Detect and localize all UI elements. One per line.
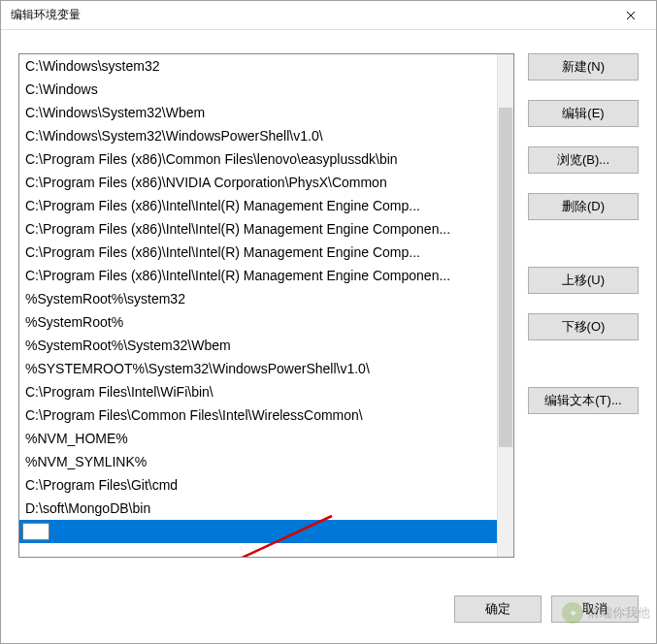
path-edit-input[interactable] — [22, 523, 49, 540]
footer: 确定 取消 ✦ 前端你我他 — [1, 575, 656, 643]
close-icon — [626, 11, 636, 20]
delete-button[interactable]: 删除(D) — [528, 193, 639, 220]
list-item[interactable]: C:\Windows\System32\WindowsPowerShell\v1… — [19, 124, 497, 147]
list-item[interactable]: C:\Program Files\Common Files\Intel\Wire… — [19, 403, 497, 427]
list-item[interactable]: %SYSTEMROOT%\System32\WindowsPowerShell\… — [19, 357, 497, 380]
edittext-button[interactable]: 编辑文本(T)... — [528, 387, 639, 414]
list-item[interactable]: C:\Program Files (x86)\Intel\Intel(R) Ma… — [19, 264, 497, 287]
dialog-window: 编辑环境变量 C:\Windows\system32C:\WindowsC:\W… — [0, 0, 657, 644]
list-item[interactable]: D:\soft\MongoDB\bin — [19, 497, 497, 520]
list-item[interactable]: %SystemRoot% — [19, 310, 497, 334]
new-button[interactable]: 新建(N) — [528, 53, 639, 80]
list-item[interactable]: C:\Program Files (x86)\Intel\Intel(R) Ma… — [19, 194, 497, 217]
list-item[interactable]: C:\Program Files\Git\cmd — [19, 473, 497, 497]
close-button[interactable] — [611, 2, 650, 29]
list-item[interactable]: C:\Program Files (x86)\NVIDIA Corporatio… — [19, 171, 497, 194]
list-item-editing[interactable] — [19, 520, 497, 543]
cancel-button[interactable]: 取消 — [551, 596, 639, 623]
scrollbar[interactable] — [497, 54, 513, 557]
list-item[interactable]: C:\Program Files (x86)\Intel\Intel(R) Ma… — [19, 217, 497, 241]
list-item[interactable]: C:\Program Files (x86)\Common Files\leno… — [19, 147, 497, 171]
ok-button[interactable]: 确定 — [454, 596, 542, 623]
list-item[interactable]: C:\Windows\system32 — [19, 54, 497, 78]
list-item[interactable]: %NVM_SYMLINK% — [19, 450, 497, 473]
titlebar: 编辑环境变量 — [1, 1, 656, 30]
edit-button[interactable]: 编辑(E) — [528, 100, 639, 127]
path-listbox[interactable]: C:\Windows\system32C:\WindowsC:\Windows\… — [18, 53, 514, 558]
list-item[interactable]: C:\Windows — [19, 78, 497, 101]
list-item[interactable]: %SystemRoot%\System32\Wbem — [19, 334, 497, 357]
content-area: C:\Windows\system32C:\WindowsC:\Windows\… — [1, 30, 656, 575]
list-item[interactable]: %NVM_HOME% — [19, 427, 497, 450]
movedown-button[interactable]: 下移(O) — [528, 313, 639, 340]
browse-button[interactable]: 浏览(B)... — [528, 146, 639, 174]
button-column: 新建(N) 编辑(E) 浏览(B)... 删除(D) 上移(U) 下移(O) 编… — [528, 53, 639, 575]
list-item[interactable]: C:\Windows\System32\Wbem — [19, 101, 497, 124]
list-item[interactable]: C:\Program Files (x86)\Intel\Intel(R) Ma… — [19, 241, 497, 264]
moveup-button[interactable]: 上移(U) — [528, 267, 639, 294]
scrollbar-thumb[interactable] — [499, 108, 512, 447]
list-item[interactable]: C:\Program Files\Intel\WiFi\bin\ — [19, 380, 497, 403]
window-title: 编辑环境变量 — [11, 7, 81, 23]
list-item[interactable]: %SystemRoot%\system32 — [19, 287, 497, 310]
